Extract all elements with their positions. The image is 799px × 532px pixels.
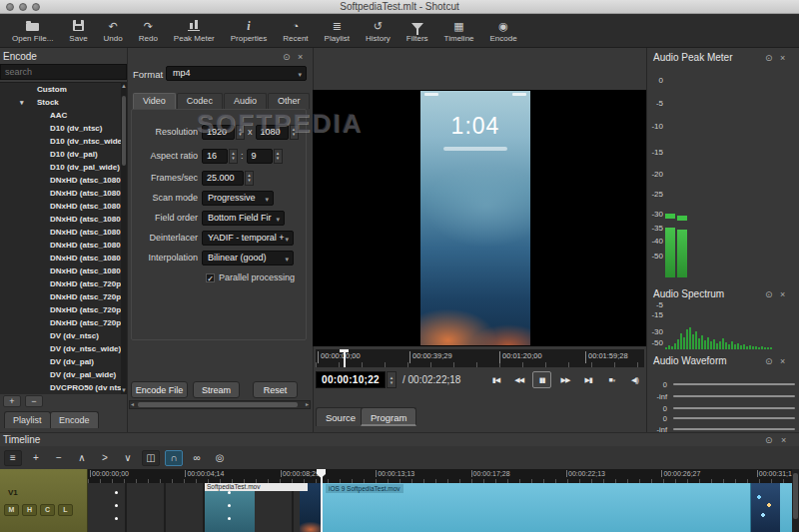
track-head-v1[interactable]: V1 MHCL [0, 469, 88, 532]
preset-scrollbar-thumb[interactable] [122, 96, 126, 166]
preset-item[interactable]: DNxHD (atsc_720p... [0, 290, 127, 303]
rewind-button[interactable]: ◀◀ [509, 371, 528, 388]
preset-item[interactable]: DV (dv_ntsc_wide) [0, 342, 127, 355]
spinner-icon[interactable]: ▴▾ [229, 149, 238, 164]
timeline-clip[interactable]: iOS 9 SoftpediaTest.mov [322, 483, 792, 532]
panel-float-icon[interactable]: ⊙ [765, 53, 773, 63]
preset-item[interactable]: DV (dv_pal_wide) [0, 368, 127, 381]
track-composite-button[interactable]: C [40, 504, 55, 516]
preset-item[interactable]: D10 (dv_pal) [0, 148, 127, 161]
timeline-clip[interactable] [88, 483, 205, 532]
toolbar-button-redo[interactable]: ↷Redo [131, 15, 166, 47]
preset-item[interactable]: DNxHD (atsc_720p... [0, 303, 127, 316]
preset-item[interactable]: Custom [0, 83, 127, 96]
format-dropdown[interactable]: mp4▾ [166, 66, 307, 81]
preset-item[interactable]: DNxHD (atsc_1080... [0, 200, 127, 213]
overwrite-button[interactable]: ∨ [119, 450, 137, 466]
toolbar-button-playlist[interactable]: ≣Playlist [317, 15, 358, 47]
toolbar-button-open-file[interactable]: Open File... [4, 15, 61, 47]
preset-item[interactable]: DVCPRO50 (dv ntsc) [0, 381, 127, 394]
preset-item[interactable]: DNxHD (atsc_1080... [0, 252, 127, 265]
toolbar-button-filters[interactable]: Filters [399, 15, 436, 47]
tab-audio[interactable]: Audio [224, 93, 267, 109]
spinner-icon[interactable]: ▴▾ [274, 149, 283, 164]
scan-mode-dropdown[interactable]: Progressive▾ [202, 191, 274, 206]
preset-item[interactable]: ▾Stock [0, 96, 127, 109]
scroll-left-icon[interactable]: ◂ [131, 401, 134, 408]
toolbar-button-timeline[interactable]: ▦Timeline [436, 15, 482, 47]
search-input[interactable] [0, 64, 127, 80]
field-order-dropdown[interactable]: Bottom Field Fir▾ [202, 211, 285, 226]
panel-close-icon[interactable]: × [781, 435, 786, 445]
preset-item[interactable]: D10 (dv_ntsc) [0, 122, 127, 135]
panel-float-icon[interactable]: ⊙ [765, 356, 773, 366]
tree-expander-icon[interactable]: ▾ [20, 96, 24, 109]
ripple-markers-button[interactable]: ◎ [211, 450, 229, 466]
volume-button[interactable]: ◀)) [625, 371, 644, 388]
aspect-height-field[interactable]: 9 [247, 149, 273, 164]
encode-file-button[interactable]: Encode File [131, 381, 188, 398]
preset-item[interactable]: DNxHD (atsc_720p... [0, 316, 127, 329]
spinner-icon[interactable]: ▴▾ [245, 171, 254, 186]
remove-preset-button[interactable]: − [25, 395, 43, 407]
interpolation-dropdown[interactable]: Bilinear (good)▾ [202, 251, 294, 266]
tab-other[interactable]: Other [268, 93, 311, 109]
track-lock-button[interactable]: L [58, 504, 73, 516]
preset-item[interactable]: DNxHD (atsc_1080... [0, 265, 127, 277]
preset-item[interactable]: DNxHD (atsc_1080... [0, 213, 127, 226]
split-button[interactable]: ◫ [142, 450, 160, 466]
panel-float-icon[interactable]: ⊙ [765, 435, 773, 445]
timeline-clip[interactable]: SoftpediaTest.mov [205, 483, 322, 532]
preset-item[interactable]: DV (dv_pal) [0, 355, 127, 368]
skip-start-button[interactable]: ▮◀ [486, 371, 505, 388]
tab-program[interactable]: Program [361, 407, 416, 426]
snap-button[interactable]: ∩ [165, 450, 183, 466]
toolbar-button-history[interactable]: ↺History [358, 15, 399, 47]
zoom-window-icon[interactable] [32, 3, 40, 11]
aspect-width-field[interactable]: 16 [202, 149, 228, 164]
panel-close-icon[interactable]: × [780, 53, 785, 63]
lift-button[interactable]: ∧ [73, 450, 91, 466]
toolbar-button-undo[interactable]: ↶Undo [96, 15, 131, 47]
preset-item[interactable]: DNxHD (atsc_720p... [0, 277, 127, 290]
scroll-right-icon[interactable]: ▸ [306, 401, 309, 408]
dock-tab-playlist[interactable]: Playlist [4, 411, 51, 428]
player-playhead-handle[interactable] [340, 349, 349, 352]
toolbar-button-encode[interactable]: ◉Encode [482, 15, 525, 47]
tab-source[interactable]: Source [316, 407, 366, 426]
close-window-icon[interactable] [6, 3, 14, 11]
preset-item[interactable]: DNxHD (atsc_1080i... [0, 187, 127, 200]
toolbar-button-save[interactable]: Save [61, 15, 95, 47]
minimize-window-icon[interactable] [19, 3, 27, 11]
dock-tab-encode[interactable]: Encode [50, 411, 99, 428]
preset-item[interactable]: D10 (dv_ntsc_wide) [0, 135, 127, 148]
toolbar-button-recent[interactable]: ◔Recent [275, 15, 316, 47]
track-hide-button[interactable]: H [22, 504, 37, 516]
timeline-playhead[interactable] [321, 469, 323, 532]
scrollbar-thumb[interactable] [138, 402, 298, 407]
horizontal-scrollbar[interactable]: ◂ ▸ [129, 400, 311, 409]
toolbar-button-properties[interactable]: iProperties [223, 15, 275, 47]
tab-codec[interactable]: Codec [177, 93, 223, 109]
track-mute-button[interactable]: M [4, 504, 19, 516]
panel-close-icon[interactable]: × [780, 289, 785, 299]
skip-end-button[interactable]: ▶▮ [579, 371, 598, 388]
fast-forward-button[interactable]: ▶▶ [555, 371, 574, 388]
tab-video[interactable]: Video [133, 93, 176, 109]
fps-field[interactable]: 25.000 [202, 171, 244, 186]
preset-item[interactable]: DNxHD (atsc_1080i... [0, 174, 127, 187]
toolbar-button-peak-meter[interactable]: Peak Meter [166, 15, 223, 47]
position-timecode-field[interactable]: 00:00:10;22 [316, 371, 386, 388]
stop-button[interactable]: ■▾ [602, 371, 621, 388]
preset-item[interactable]: DV (dv_ntsc) [0, 329, 127, 342]
scrub-while-dragging-button[interactable]: ∞ [188, 450, 206, 466]
timeline-scrollbar-thumb[interactable] [793, 473, 798, 519]
deinterlacer-dropdown[interactable]: YADIF - temporal +▾ [202, 231, 294, 246]
append-button[interactable]: + [27, 450, 45, 466]
put-button[interactable]: > [96, 450, 114, 466]
add-preset-button[interactable]: + [3, 395, 21, 407]
timeline-menu-button[interactable]: ≡ [4, 450, 22, 466]
preset-item[interactable]: DNxHD (atsc_1080... [0, 226, 127, 239]
parallel-processing-checkbox[interactable]: ✓ [206, 273, 215, 282]
preset-item[interactable]: D10 (dv_pal_wide) [0, 161, 127, 174]
